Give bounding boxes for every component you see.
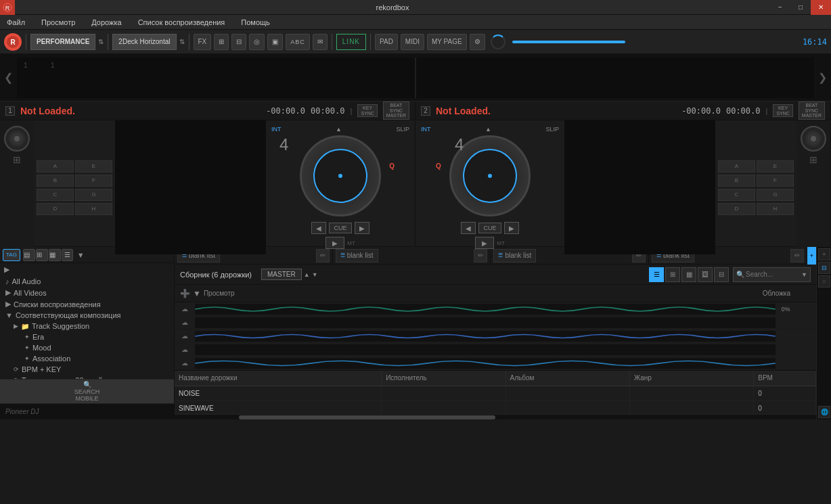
right-panel-btn-1[interactable]: + <box>818 248 830 260</box>
deck-2-cue-button[interactable]: CUE <box>478 223 501 233</box>
horizontal-scrollbar-thumb[interactable] <box>239 415 495 419</box>
menu-help[interactable]: Помощь <box>237 17 274 28</box>
waveform-left-arrow[interactable]: ❮ <box>0 71 17 84</box>
deck-1-play-button[interactable]: ▶ <box>325 237 344 249</box>
horizontal-scrollbar[interactable] <box>175 414 816 419</box>
deck-2-beat-sync-button[interactable]: BEATSYNCMASTER <box>799 101 825 120</box>
preview-row-4-waveform[interactable] <box>195 344 776 355</box>
menu-file[interactable]: Файл <box>3 17 29 28</box>
master-button[interactable]: MASTER <box>261 269 302 280</box>
track-artist-sinewave <box>382 400 506 414</box>
add-tab-button[interactable]: + <box>807 247 816 265</box>
filter-icon[interactable]: ▼ <box>193 289 201 298</box>
table-row-noise[interactable]: NOISE 0 <box>175 386 816 400</box>
list-view-button[interactable]: ☰ <box>649 267 664 282</box>
deck-2-pads: A E B F C G D H <box>715 120 796 254</box>
preview-row-3-waveform[interactable] <box>195 331 776 342</box>
link-button[interactable]: LINK <box>336 34 366 50</box>
right-panel-globe-button[interactable]: 🌐 <box>818 406 830 418</box>
sidebar-item-all-videos[interactable]: ▶ All Videos <box>0 287 174 298</box>
sidebar-item-matching[interactable]: ▼ Соответствующая композиция <box>0 310 174 321</box>
close-button[interactable]: ✕ <box>811 0 831 15</box>
preview-row-4-icons: ☁ <box>175 346 195 353</box>
right-panel-btn-2[interactable]: ⊟ <box>818 262 830 274</box>
deck-2-pads-icon[interactable]: ⊞ <box>809 154 817 165</box>
vinyl-button[interactable]: ◎ <box>249 34 265 50</box>
sidebar-item-track-suggestion[interactable]: ▶ 📁 Track Suggestion <box>0 321 174 331</box>
sidebar-grid-view-button[interactable]: ⊞ <box>36 249 48 261</box>
sidebar-item-association[interactable]: ✦ Association <box>0 353 174 364</box>
deck-1-jog-wheel[interactable] <box>300 135 381 216</box>
deck-1-prev-button[interactable]: ◀ <box>311 222 326 234</box>
deck-2-next-button[interactable]: ▶ <box>504 222 519 234</box>
minimize-button[interactable]: − <box>770 0 790 15</box>
settings-button[interactable]: ⚙ <box>470 34 485 50</box>
mixer-button[interactable]: ⊟ <box>231 34 246 50</box>
fx-button[interactable]: FX <box>194 34 212 50</box>
master-arrow-up[interactable]: ▲ <box>304 271 310 278</box>
deck-1-vinyl-inner <box>14 136 20 141</box>
deck-1-key-sync-button[interactable]: KEYSYNC <box>357 104 377 117</box>
preview-row-2: ☁ <box>175 316 816 329</box>
table-row-sinewave[interactable]: SINEWAVE 0 <box>175 400 816 414</box>
deck-1-pads-icon[interactable]: ⊞ <box>13 154 21 165</box>
search-dropdown-icon[interactable]: ▼ <box>801 271 807 278</box>
playlist-tab-4-edit-button[interactable]: ✏ <box>790 249 804 262</box>
sidebar-item-mood[interactable]: ✦ Mood <box>0 342 174 353</box>
waveform-right-arrow[interactable]: ❯ <box>814 71 831 84</box>
deck-2-int-arrow-up[interactable]: ▲ <box>485 126 491 133</box>
preview-row-5-waveform[interactable] <box>195 358 776 369</box>
deck-1-cue-button[interactable]: CUE <box>329 223 351 233</box>
deck-2-vinyl[interactable] <box>801 126 826 152</box>
deck-2-key-sync-button[interactable]: KEYSYNC <box>773 104 792 117</box>
grid-view-button[interactable]: ⊞ <box>665 267 680 282</box>
menu-playlist[interactable]: Список воспроизведения <box>134 17 229 28</box>
deck-1-int-arrow-up[interactable]: ▲ <box>336 126 342 133</box>
add-track-icon[interactable]: ➕ <box>180 289 190 298</box>
mypage-button[interactable]: MY PAGE <box>427 34 467 50</box>
sidebar-chevron-down-icon[interactable]: ▼ <box>77 251 85 259</box>
right-panel-buttons: + ⊟ ○ 🌐 <box>816 247 831 419</box>
deck-1-next-button[interactable]: ▶ <box>355 222 369 234</box>
preview-row-2-waveform[interactable] <box>195 317 776 328</box>
deck-2-time1: -00:00.0 <box>681 106 721 116</box>
deck-2-prev-button[interactable]: ◀ <box>461 222 476 234</box>
preview-row-1-icons: ☁ <box>175 305 195 313</box>
maximize-button[interactable]: □ <box>790 0 811 15</box>
lyrics-button[interactable]: ABC <box>286 34 310 50</box>
deck-1-beat-sync-button[interactable]: BEATSYNCMASTER <box>383 101 409 120</box>
midi-button[interactable]: MIDI <box>401 34 424 50</box>
video-button[interactable]: ▣ <box>267 34 283 50</box>
sidebar-item-all-audio[interactable]: ♪ All Audio <box>0 276 174 287</box>
preview-row-1-waveform[interactable] <box>195 304 776 315</box>
artwork-view-button[interactable]: 🖼 <box>698 267 713 282</box>
sidebar-list-view-button[interactable]: ▤ <box>23 249 35 261</box>
era-icon: ✦ <box>24 334 30 340</box>
pad-button[interactable]: PAD <box>375 34 398 50</box>
sidebar-tag-button[interactable]: TAG <box>3 249 20 261</box>
sidebar-item-playlists[interactable]: ▶ Списки воспроизведения <box>0 298 174 310</box>
menu-view[interactable]: Просмотр <box>37 17 79 28</box>
collection-search-input[interactable] <box>746 271 800 278</box>
performance-mode-button[interactable]: PERFORMANCE <box>30 34 95 50</box>
compact-view-button[interactable]: ⊟ <box>714 267 729 282</box>
album-view-button[interactable]: ▦ <box>681 267 696 282</box>
message-button[interactable]: ✉ <box>313 34 328 50</box>
sidebar-item-bpm-key[interactable]: ⟳ BPM + KEY <box>0 364 174 375</box>
sidebar-expand-arrow[interactable]: ▶ <box>0 263 174 276</box>
sidebar-more-button[interactable]: ☰ <box>62 249 73 261</box>
menu-track[interactable]: Дорожка <box>87 17 125 28</box>
deck-2-play-button[interactable]: ▶ <box>475 237 494 249</box>
sidebar-item-era[interactable]: ✦ Era <box>0 331 174 342</box>
svg-text:1: 1 <box>24 62 28 69</box>
deck-1-vinyl[interactable] <box>4 126 30 152</box>
master-arrow-down[interactable]: ▼ <box>312 271 318 278</box>
deck-1-int-slip-row: INT ▲ SLIP <box>271 126 409 133</box>
deck-area: 1 Not Loaded. -00:00.0 00:00.0 | KEYSYNC… <box>0 101 831 247</box>
layout-button[interactable]: 2Deck Horizontal <box>112 34 176 50</box>
sidebar-compact-view-button[interactable]: ▦ <box>49 249 61 261</box>
collection-preview-row: ➕ ▼ Просмотр Обложка <box>175 285 816 302</box>
right-panel-btn-3[interactable]: ○ <box>818 275 830 288</box>
deck-2-right: ⊞ <box>796 120 830 254</box>
grid-button[interactable]: ⊞ <box>214 34 229 50</box>
